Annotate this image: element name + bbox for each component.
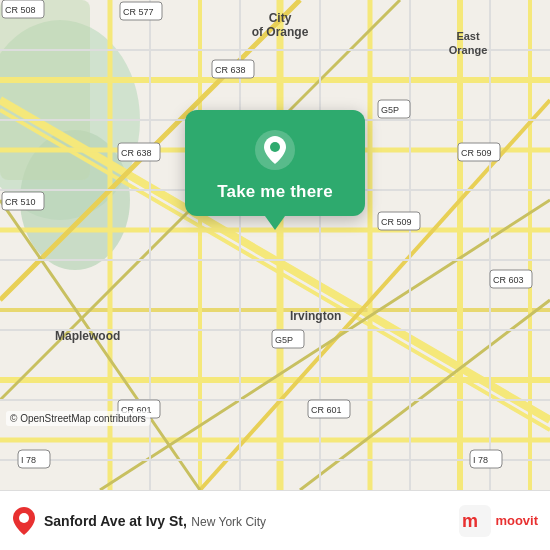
svg-point-72 — [19, 513, 29, 523]
svg-text:I 78: I 78 — [473, 455, 488, 465]
svg-text:CR 509: CR 509 — [381, 217, 412, 227]
svg-text:of Orange: of Orange — [252, 25, 309, 39]
svg-text:Maplewood: Maplewood — [55, 329, 120, 343]
location-city: New York City — [191, 515, 266, 529]
take-me-there-button[interactable]: Take me there — [217, 182, 333, 202]
svg-text:CR 603: CR 603 — [493, 275, 524, 285]
map-view[interactable]: CR 508 CR 577 CR 638 CR 638 CR 510 G5P C… — [0, 0, 550, 490]
svg-text:CR 510: CR 510 — [5, 197, 36, 207]
svg-text:CR 638: CR 638 — [215, 65, 246, 75]
location-info: Sanford Ave at Ivy St, New York City — [44, 512, 266, 530]
moovit-logo-icon: m — [459, 505, 491, 537]
location-street: Sanford Ave at Ivy St, — [44, 513, 187, 529]
svg-text:City: City — [269, 11, 292, 25]
osm-attribution: © OpenStreetMap contributors — [6, 411, 150, 426]
svg-text:CR 638: CR 638 — [121, 148, 152, 158]
moovit-text: moovit — [495, 513, 538, 528]
svg-text:CR 601: CR 601 — [311, 405, 342, 415]
svg-text:Orange: Orange — [449, 44, 488, 56]
svg-text:CR 508: CR 508 — [5, 5, 36, 15]
svg-text:East: East — [456, 30, 480, 42]
svg-text:G5P: G5P — [381, 105, 399, 115]
svg-text:I 78: I 78 — [21, 455, 36, 465]
svg-text:Irvington: Irvington — [290, 309, 341, 323]
location-pin-icon — [253, 128, 297, 172]
bottom-bar: Sanford Ave at Ivy St, New York City m m… — [0, 490, 550, 550]
moovit-pin-icon — [12, 507, 36, 535]
take-me-there-card[interactable]: Take me there — [185, 110, 365, 216]
moovit-logo: m moovit — [459, 505, 538, 537]
svg-point-71 — [270, 142, 280, 152]
svg-text:m: m — [462, 511, 478, 531]
svg-text:CR 509: CR 509 — [461, 148, 492, 158]
svg-text:G5P: G5P — [275, 335, 293, 345]
svg-text:CR 577: CR 577 — [123, 7, 154, 17]
